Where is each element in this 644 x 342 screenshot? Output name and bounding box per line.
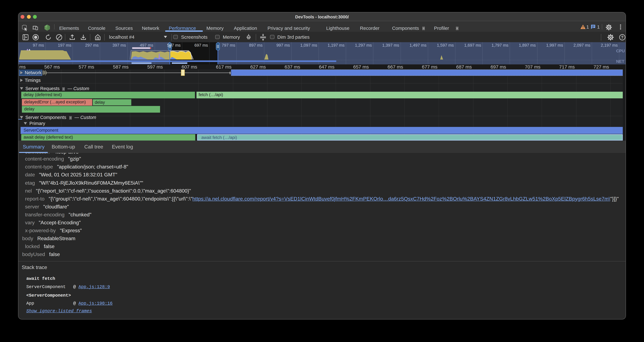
svg-text:?: ? (621, 35, 624, 39)
